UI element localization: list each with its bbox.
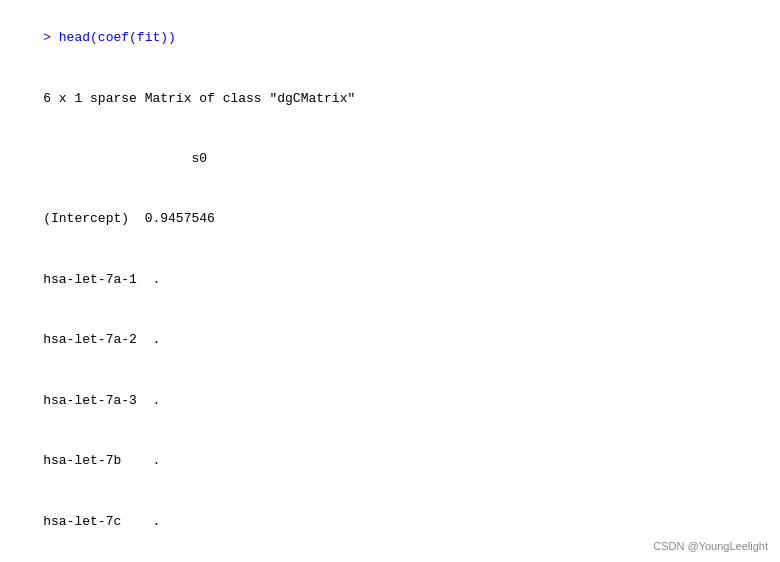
line-10: > head(fit$beta) [12,552,768,562]
prompt-1: > head(coef(fit)) [43,30,176,45]
output-2: 6 x 1 sparse Matrix of class "dgCMatrix" [43,91,355,106]
line-7: hsa-let-7a-3 . [12,371,768,431]
line-3: s0 [12,129,768,189]
output-4: (Intercept) 0.9457546 [43,211,215,226]
console-container: > head(coef(fit)) 6 x 1 sparse Matrix of… [0,0,780,562]
line-1: > head(coef(fit)) [12,8,768,68]
line-2: 6 x 1 sparse Matrix of class "dgCMatrix" [12,68,768,128]
watermark: CSDN @YoungLeelight [653,540,768,552]
line-4: (Intercept) 0.9457546 [12,189,768,249]
line-8: hsa-let-7b . [12,431,768,491]
line-5: hsa-let-7a-1 . [12,250,768,310]
line-6: hsa-let-7a-2 . [12,310,768,370]
output-3: s0 [43,151,207,166]
